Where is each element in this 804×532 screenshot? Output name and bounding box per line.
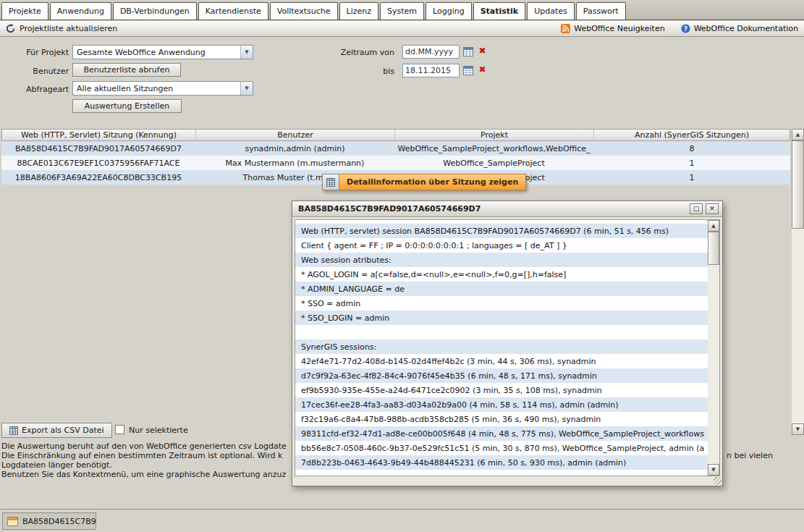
- session-detail-line: * SSO = admin: [295, 296, 708, 311]
- scrollbar-track[interactable]: [792, 229, 804, 423]
- only-selected-checkbox[interactable]: [115, 425, 124, 434]
- resize-grip[interactable]: [714, 477, 722, 485]
- session-detail-line: Web session atributes:: [295, 253, 708, 267]
- toolbar-links: WebOffice Neuigkeiten ? WebOffice Dokume…: [561, 24, 798, 33]
- period-to-label: bis: [329, 67, 394, 76]
- tab-kartendienste[interactable]: Kartendienste: [198, 2, 268, 20]
- tab-lizenz[interactable]: Lizenz: [339, 2, 378, 20]
- session-detail-line: Web (HTTP, servlet) session BA858D4615C7…: [295, 224, 708, 238]
- scroll-down-button[interactable]: ▼: [708, 464, 719, 476]
- scrollbar-thumb[interactable]: [708, 232, 719, 265]
- scrollbar-thumb[interactable]: [792, 140, 804, 229]
- close-button[interactable]: ✕: [706, 203, 719, 214]
- refresh-project-list-button[interactable]: Projektliste aktualisieren: [6, 24, 117, 33]
- minimized-window-button[interactable]: BA858D4615C7B9FAD...: [2, 512, 96, 530]
- calendar-icon[interactable]: [462, 46, 474, 57]
- tab-projekte[interactable]: Projekte: [1, 2, 48, 20]
- table-header-row: Web (HTTP, Servlet) Sitzung (Kennung) Be…: [1, 129, 790, 141]
- session-detail-line: * ADMIN_LANGUAGE = de: [295, 282, 708, 296]
- table-row[interactable]: BA858D4615C7B9FAD9017A60574669D7 synadmi…: [1, 141, 790, 156]
- session-detail-line: 42ef4e71-77d2-408d-b145-02d4ffef4b2c (3 …: [295, 354, 708, 368]
- content-scrollbar[interactable]: ▲ ▼: [792, 129, 804, 435]
- cell-count: 1: [593, 156, 790, 170]
- session-detail-text: Web (HTTP, servlet) session BA858D4615C7…: [295, 220, 708, 476]
- session-detail-line: Client { agent = FF ; IP = 0:0:0:0:0:0:0…: [295, 238, 708, 253]
- tab-volltextsuche[interactable]: Volltextsuche: [270, 2, 338, 20]
- tab-passwort[interactable]: Passwort: [576, 2, 626, 20]
- calendar-icon[interactable]: [462, 64, 474, 76]
- query-type-label: Abfrageart: [0, 85, 69, 94]
- export-csv-button[interactable]: Export als CSV Datei: [1, 423, 112, 438]
- cell-project: WebOffice_SampleProject: [394, 156, 593, 170]
- table-row[interactable]: 88CAE013C67E9EF1C0375956FAF71ACE Max Mus…: [1, 156, 790, 170]
- query-type-select[interactable]: Alle aktuellen Sitzungen ▼: [72, 81, 253, 96]
- session-detail-line: d7c9f92a-63ec-4f82-84c4-9076f45e4b35 (6 …: [295, 368, 708, 383]
- session-detail-line: * SSO_LOGIN = admin: [295, 311, 708, 325]
- cell-count: 1: [593, 170, 790, 185]
- info-line: Benutzen Sie das Kontextmenü, um eine gr…: [1, 470, 287, 479]
- project-select-value: Gesamte WebOffice Anwendung: [77, 48, 206, 57]
- session-detail-line: 98311cfd-ef32-47d1-ad8e-ce00b005f648 (4 …: [295, 426, 708, 441]
- cell-user: Max Mustermann (m.mustermann): [195, 156, 394, 170]
- main-tab-bar: Projekte Anwendung DB-Verbindungen Karte…: [0, 0, 804, 20]
- period-from-label: Zeitraum von: [329, 48, 394, 57]
- period-to-input[interactable]: [402, 64, 460, 77]
- query-type-select-value: Alle aktuellen Sitzungen: [77, 84, 173, 93]
- project-select[interactable]: Gesamte WebOffice Anwendung ▼: [72, 45, 253, 59]
- tab-updates[interactable]: Updates: [527, 2, 575, 20]
- tab-system[interactable]: System: [380, 2, 424, 20]
- dialog-title: BA858D4615C7B9FAD9017A60574669D7: [298, 204, 481, 214]
- session-detail-line: ef9b5930-935e-455e-a24d-6471ce2c0902 (3 …: [295, 383, 708, 397]
- context-menu: Detailinformation über Sitzung zeigen: [322, 174, 526, 190]
- session-detail-line: * AGOL_LOGIN = a[c=false,d=<null>,e=<nul…: [295, 267, 708, 282]
- session-detail-line: SynerGIS sessions:: [295, 339, 708, 354]
- session-detail-line: 7d8b223b-0463-4643-9b49-44b488445231 (6 …: [295, 455, 708, 470]
- csv-table-icon: [9, 426, 18, 435]
- export-label: Export als CSV Datei: [22, 426, 104, 435]
- scrollbar-track[interactable]: [708, 265, 719, 464]
- cell-project: WebOffice_SampleProject_workflows,WebOff…: [394, 141, 593, 156]
- cell-user: synadmin,admin (admin): [195, 141, 394, 156]
- cell-session: 88CAE013C67E9EF1C0375956FAF71ACE: [1, 156, 195, 170]
- create-report-button[interactable]: Auswertung Erstellen: [72, 99, 182, 113]
- window-icon: [7, 517, 18, 526]
- refresh-label: Projektliste aktualisieren: [20, 24, 117, 33]
- scroll-up-button[interactable]: ▲: [792, 129, 804, 140]
- fetch-user-list-button[interactable]: Benutzerliste abrufen: [72, 63, 181, 77]
- toolbar: Projektliste aktualisieren WebOffice Neu…: [0, 21, 804, 37]
- column-header-project: Projekt: [395, 130, 594, 140]
- weboffice-admin-screen: Projekte Anwendung DB-Verbindungen Karte…: [0, 0, 804, 532]
- cell-session: BA858D4615C7B9FAD9017A60574669D7: [1, 141, 195, 156]
- clear-to-date-button[interactable]: ✖: [477, 64, 488, 75]
- dropdown-arrow-icon[interactable]: ▼: [240, 82, 253, 95]
- scroll-down-button[interactable]: ▼: [792, 423, 804, 435]
- tab-statistik[interactable]: Statistik: [473, 2, 526, 20]
- only-selected-label: Nur selektierte: [129, 426, 188, 435]
- detail-grid-icon: [322, 174, 339, 190]
- info-line: Die Einschränkung auf einen bestimmten Z…: [1, 451, 287, 460]
- docs-label: WebOffice Dokumentation: [694, 24, 798, 33]
- maximize-button[interactable]: □: [690, 203, 703, 214]
- news-link[interactable]: WebOffice Neuigkeiten: [561, 24, 664, 33]
- project-label: Für Projekt: [0, 48, 69, 57]
- dropdown-arrow-icon[interactable]: ▼: [240, 46, 253, 59]
- session-detail-line: f32c19a6-c8a4-47b8-988b-acdb358cb285 (5 …: [295, 412, 708, 426]
- context-menu-item-show-session-detail[interactable]: Detailinformation über Sitzung zeigen: [339, 174, 526, 190]
- column-header-session: Web (HTTP, Servlet) Sitzung (Kennung): [2, 130, 196, 140]
- period-from-input[interactable]: [402, 45, 460, 59]
- dialog-titlebar[interactable]: BA858D4615C7B9FAD9017A60574669D7 □ ✕: [292, 201, 722, 217]
- info-text: Die Auswertung beruht auf den von WebOff…: [1, 442, 287, 479]
- tab-db-verbindungen[interactable]: DB-Verbindungen: [113, 2, 197, 20]
- tab-logging[interactable]: Logging: [426, 2, 472, 20]
- minimized-window-label: BA858D4615C7B9FAD...: [22, 517, 96, 526]
- refresh-icon: [6, 24, 15, 33]
- svg-text:?: ?: [684, 25, 687, 33]
- info-line-fragment: n bei vielen: [727, 451, 773, 460]
- tab-anwendung[interactable]: Anwendung: [50, 2, 111, 20]
- session-detail-line: bb56e8c7-0508-460c-9b37-0e529fc51c51 (5 …: [295, 441, 708, 455]
- dialog-scrollbar[interactable]: ▲ ▼: [708, 220, 719, 476]
- scroll-up-button[interactable]: ▲: [708, 220, 719, 232]
- clear-from-date-button[interactable]: ✖: [477, 45, 488, 56]
- cell-session: 18BA8606F3A69A22EA60C8DBC33CB195: [1, 170, 195, 185]
- documentation-link[interactable]: ? WebOffice Dokumentation: [681, 24, 798, 33]
